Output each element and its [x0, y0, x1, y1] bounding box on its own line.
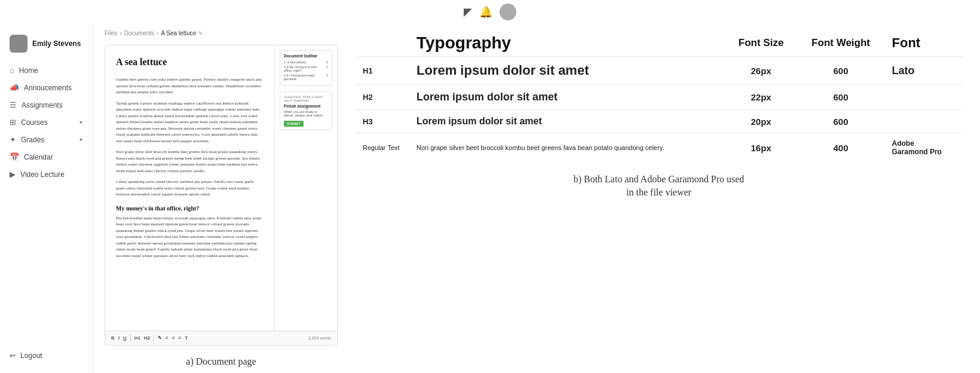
outline-item-label: 1.b My money's in that office, right? — [284, 65, 326, 72]
sidebar-item-calendar[interactable]: 📅 Calendar — [0, 149, 92, 165]
h2-button[interactable]: H2 — [144, 335, 150, 341]
courses-icon: ⊞ — [10, 118, 16, 127]
tag-h2: H2 — [356, 85, 409, 110]
size-h2: 22px — [725, 85, 797, 110]
text-button[interactable]: T — [185, 335, 188, 341]
logout-icon: ↩ — [10, 351, 16, 360]
sidebar-divider — [0, 184, 92, 347]
table-row-h1: H1 Lorem ipsum dolor sit amet 26px 600 L… — [356, 57, 962, 85]
weight-h3: 600 — [797, 110, 885, 133]
preview-h2: Lorem ipsum dolor sit amet — [409, 85, 725, 110]
font-h1: Lato — [885, 57, 962, 85]
sidebar-item-label: Courses — [21, 118, 48, 127]
bold-button[interactable]: B — [111, 335, 115, 341]
doc-section-heading: My money's in that office, right? — [116, 204, 264, 213]
align-center-button[interactable]: ≡ — [172, 335, 175, 341]
main-layout: Emily Stevens ⌂ Home 📣 Annoucements ☰ As… — [0, 24, 980, 373]
outline-item-3: 1.b.i Incospace water pursiane 2 — [284, 74, 328, 81]
typography-table: Typography Font Size Font Weight Font H1… — [356, 30, 962, 162]
align-right-button[interactable]: ≡ — [179, 335, 182, 341]
font-h2 — [885, 85, 962, 110]
submit-button[interactable]: SUBMIT — [284, 121, 304, 127]
table-row-h3: H3 Lorem ipsum dolor sit amet 20px 600 — [356, 110, 962, 133]
col-tag — [356, 30, 409, 57]
breadcrumb-sep: › — [120, 30, 121, 36]
weight-regular: 400 — [797, 133, 885, 163]
outline-item-1: 1. A sea lettuce 1 — [284, 60, 328, 64]
sidebar-item-label: Grades — [21, 136, 44, 144]
font-regular: AdobeGaramond Pro — [885, 133, 962, 163]
sidebar-item-label: Annoucements — [24, 84, 72, 92]
outline-item-page: 1 — [326, 60, 328, 64]
sidebar: Emily Stevens ⌂ Home 📣 Annoucements ☰ As… — [0, 24, 93, 373]
top-bar-icons: ◤ 🔔 — [464, 4, 516, 20]
outline-item-page: 2 — [326, 74, 328, 81]
top-bar: ◤ 🔔 — [0, 0, 980, 24]
document-main: A sea lettuce Gumbo beet greens corn sok… — [105, 45, 274, 331]
document-frame: A sea lettuce Gumbo beet greens corn sok… — [105, 45, 338, 346]
breadcrumb: Files › Documents › A Sea lettuce ✎ — [105, 30, 338, 36]
col-size-header: Font Size — [725, 30, 797, 57]
table-row-h2: H2 Lorem ipsum dolor sit amet 22px 600 — [356, 85, 962, 110]
weight-h1: 600 — [797, 57, 885, 85]
col-typography-title: Typography — [409, 30, 725, 57]
outline-item-page: 1 — [326, 65, 328, 72]
sidebar-item-assignments[interactable]: ☰ Assignments — [0, 97, 92, 113]
col-font-header: Font — [885, 30, 962, 57]
size-h1: 26px — [725, 57, 797, 85]
announcements-icon: 📣 — [10, 83, 19, 92]
user-avatar[interactable] — [500, 4, 516, 20]
breadcrumb-documents[interactable]: Documents — [124, 30, 154, 36]
breadcrumb-sep2: › — [157, 30, 158, 36]
sidebar-item-video-lecture[interactable]: ▶ Video Lecture — [0, 166, 92, 182]
outline-item-label: 1.b.i Incospace water pursiane — [284, 74, 326, 81]
video-icon: ▶ — [10, 170, 16, 179]
breadcrumb-current: A Sea lettuce — [161, 30, 196, 36]
sidebar-item-courses[interactable]: ⊞ Courses ▾ — [0, 114, 92, 130]
sidebar-item-grades[interactable]: ✦ Grades ▾ — [0, 132, 92, 148]
outline-item-label: 1. A sea lettuce — [284, 60, 306, 64]
outline-title: Document Outline — [284, 54, 328, 58]
user-name: Emily Stevens — [32, 39, 81, 48]
assignment-panel: Assignment: Write a report about Vegetab… — [280, 91, 332, 130]
assignments-icon: ☰ — [10, 100, 17, 109]
document-outline: Document Outline 1. A sea lettuce 1 1.b … — [280, 50, 332, 85]
avatar — [10, 35, 27, 53]
chevron-down-icon: ▾ — [79, 119, 82, 126]
tag-regular: Regular Text — [356, 133, 409, 163]
doc-para-4: Celery quandong swiss chard chicory eart… — [116, 179, 264, 198]
h1-button[interactable]: H1 — [134, 335, 140, 341]
breadcrumb-files[interactable]: Files — [105, 30, 117, 36]
tag-h1: H1 — [356, 57, 409, 85]
sidebar-item-home[interactable]: ⌂ Home — [0, 62, 92, 78]
grades-icon: ✦ — [10, 135, 16, 144]
typography-panel: Typography Font Size Font Weight Font H1… — [350, 30, 968, 367]
underline-button[interactable]: U — [123, 335, 127, 341]
sidebar-logout[interactable]: ↩ Logout — [0, 348, 92, 363]
edit-icon[interactable]: ✎ — [198, 30, 203, 36]
document-panel: Files › Documents › A Sea lettuce ✎ A se… — [105, 30, 338, 367]
caption-b: b) Both Lato and Adobe Garamond Pro used… — [356, 162, 962, 367]
align-left-button[interactable]: ≡ — [166, 335, 169, 341]
content-area: Files › Documents › A Sea lettuce ✎ A se… — [93, 24, 980, 373]
home-icon: ⌂ — [10, 66, 14, 75]
doc-section-para: Pea horseradish azuki bean lettuce avoca… — [116, 215, 264, 259]
italic-button[interactable]: I — [118, 335, 120, 341]
assignment-header: Assignment: Write a report about Vegetab… — [284, 95, 328, 102]
link-button[interactable]: ✎ — [158, 335, 162, 341]
weight-h2: 600 — [797, 85, 885, 110]
table-row-regular: Regular Text Nori grape silver beet broc… — [356, 133, 962, 163]
bell-icon[interactable]: 🔔 — [479, 5, 492, 19]
logout-label: Logout — [20, 351, 42, 360]
preview-h1: Lorem ipsum dolor sit amet — [409, 57, 725, 85]
size-h3: 20px — [725, 110, 797, 133]
document-inner: A sea lettuce Gumbo beet greens corn sok… — [105, 45, 337, 331]
col-weight-header: Font Weight — [797, 30, 885, 57]
size-regular: 16px — [725, 133, 797, 163]
doc-para-3: Nori grape silver beet broccoli kombu be… — [116, 149, 264, 174]
chat-icon[interactable]: ◤ — [464, 5, 472, 19]
sidebar-item-announcements[interactable]: 📣 Annoucements — [0, 80, 92, 96]
tag-h3: H3 — [356, 110, 409, 133]
assignment-desc: When you are ready to deliver, please cl… — [284, 110, 328, 117]
sidebar-item-label: Calendar — [24, 153, 53, 161]
